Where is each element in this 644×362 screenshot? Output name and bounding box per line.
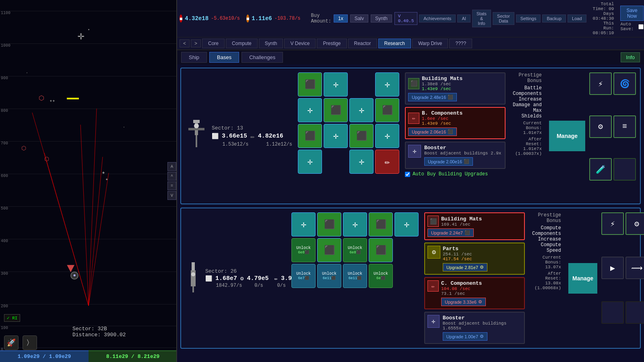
gear-icon: ⚙ (478, 299, 482, 304)
tab-prestige[interactable]: Prestige (317, 39, 347, 48)
building-cell-4-3[interactable]: ✛ (349, 150, 374, 174)
s26-icon-3[interactable]: ▶ (601, 257, 624, 279)
s26-cell-1-3[interactable]: ✛ (343, 212, 367, 237)
tab-bases[interactable]: Bases (209, 52, 239, 63)
load-button[interactable]: Load (568, 14, 586, 23)
tab-ship[interactable]: Ship (181, 52, 207, 63)
next-nav-button[interactable]: > (191, 39, 201, 47)
svg-rect-11 (192, 262, 195, 270)
nav-buttons[interactable]: A ^ = V (167, 162, 176, 200)
ship-icon-2[interactable]: 〉 (23, 335, 37, 350)
building-cell-2-1[interactable]: ✛ (298, 98, 322, 122)
upgrade-label: Upgrade 2.81e7 (446, 265, 478, 270)
s26-unlock-3-1[interactable]: Unlock 6e7⬛ (291, 264, 316, 288)
s26-icon-4[interactable]: ⟿ (625, 257, 644, 279)
building-cell-1-1[interactable]: ⬛ (298, 72, 322, 97)
grid-overlay: 1100 1000 900 800 700 600 500 400 300 20… (0, 0, 176, 362)
building-mats-upgrade-btn[interactable]: Upgrade 2.48e16 ⬛ (408, 93, 457, 101)
s26-cell-2-4[interactable]: ⬛ (369, 238, 393, 262)
icon-cell-3[interactable]: ⚙ (589, 115, 612, 138)
s26-cell-1-1[interactable]: ✛ (291, 212, 316, 237)
synth-button[interactable]: Synth (371, 14, 392, 23)
building-cell-3-4[interactable]: ✛ (375, 124, 399, 148)
small-enemy: ◆ (102, 170, 105, 175)
upgrade-label: Upgrade 2.48e16 (412, 95, 446, 100)
save-now-button[interactable]: Save Now (620, 6, 643, 21)
s26-cell-2-2[interactable]: ⬛ (317, 238, 341, 262)
salv-button[interactable]: Salv (350, 14, 368, 23)
achievements-button[interactable]: Achievements (419, 14, 456, 23)
sector13-manage-button[interactable]: Manage (549, 121, 585, 151)
booster-card: ✛ Booster Boost adjacent buildings 2.9x … (405, 142, 506, 169)
tab-reactor[interactable]: Reactor (348, 39, 377, 48)
s26-booster-upgrade-btn[interactable]: Upgrade 1.00e7 ⚙ (443, 332, 487, 341)
settings-button[interactable]: Settings (516, 14, 541, 23)
sector26-building-grid: ✛ ⬛ ✛ ⬛ ✛ Unlock 6e8⬛ ⬛ Unlock 6e8⬛ ⬛ (291, 212, 419, 344)
tab-synth[interactable]: Synth (259, 39, 283, 48)
tab-compute[interactable]: Compute (226, 39, 258, 48)
grid-label-1100: 1100 (1, 11, 10, 15)
sector26-stat1-val: 1.68e7 (215, 275, 237, 282)
sector-data-button[interactable]: Sector Data (493, 12, 514, 25)
s26-unlock-3-4[interactable]: Unlock 6e⬛ (369, 264, 393, 288)
building-cell-2-4[interactable]: ⬛ (375, 98, 399, 122)
building-cell-1-4[interactable]: ✛ (375, 72, 399, 97)
booster-upgrade-btn[interactable]: Upgrade 2.00e16 ⬛ (424, 157, 473, 166)
s26-bmat-upgrade-btn[interactable]: Upgrade 2.24e7 ⬛ (427, 228, 474, 237)
icon-cell-2[interactable]: 🌀 (613, 72, 636, 95)
tab-unknown[interactable]: ???? (449, 39, 472, 48)
ship-icon-1[interactable]: 🚀 (4, 335, 19, 350)
tab-core[interactable]: Core (202, 39, 225, 48)
s26-unlock-2-1[interactable]: Unlock 6e8⬛ (291, 238, 316, 262)
enemy-ship: ⬡ (21, 145, 26, 152)
building-cell-2-2[interactable]: ⬛ (324, 98, 348, 122)
sector26-manage-button[interactable]: Manage (568, 263, 597, 294)
buy-amount-label: Buy Amount: (311, 13, 331, 24)
prev-nav-button[interactable]: < (180, 39, 190, 47)
ai-button[interactable]: AI (457, 14, 470, 23)
c-components-upgrade-btn[interactable]: Upgrade 3.33e6 ⚙ (441, 298, 486, 306)
unlock-cost: 6e⬛ (376, 276, 385, 280)
tab-vdevice[interactable]: V Device (284, 39, 316, 48)
b-components-upgrade-btn[interactable]: Upgrade 2.06e16 ⬛ (408, 128, 457, 136)
s26-cell-1-2[interactable]: ⬛ (317, 212, 341, 237)
building-cell-4-4[interactable]: ✏ (375, 150, 399, 174)
s26-cell-1-4[interactable]: ⬛ (369, 212, 393, 237)
nav-a-btn[interactable]: A (167, 162, 176, 171)
icon-cell-4[interactable]: ≡ (613, 115, 636, 138)
s26-icon-2[interactable]: ⚙ (625, 212, 644, 235)
stats-info-button[interactable]: Stats & Info (472, 10, 491, 27)
backup-button[interactable]: Backup (542, 14, 566, 23)
s26-unlock-3-2[interactable]: Unlock 6e11⬛ (317, 264, 341, 288)
info-button[interactable]: Info (621, 52, 640, 62)
tab-research[interactable]: Research (378, 39, 411, 48)
tab-challenges[interactable]: Challenges (242, 52, 283, 63)
parts-upgrade-btn[interactable]: Upgrade 2.81e7 ⚙ (443, 263, 487, 272)
building-cell-2-3[interactable]: ✛ (349, 98, 374, 122)
sector26-stat2-rate: 0/s (254, 283, 263, 288)
tab-warpdrive[interactable]: Warp Drive (412, 39, 448, 48)
icon-cell-5[interactable]: 🧪 (589, 158, 612, 181)
nav-equals-btn[interactable]: = (167, 181, 176, 190)
auto-buy-checkbox[interactable] (405, 172, 410, 177)
s26-cell-1-5[interactable]: ✛ (394, 212, 419, 237)
cube-icon: ⬛ (464, 230, 470, 235)
building-cell-4-1[interactable]: ✛ (298, 150, 322, 174)
booster-desc: Boost adjacent buildings 2.9x (424, 151, 501, 156)
s26-unlock-3-3[interactable]: Unlock 6e11⬛ (343, 264, 367, 288)
enemy-ship: ⬡ (44, 156, 49, 162)
auto-save-checkbox[interactable] (638, 24, 644, 29)
small-enemy: ◆ (106, 177, 108, 181)
buy-amount-button[interactable]: 1x (334, 14, 348, 23)
building-cell-3-1[interactable]: ⬛ (298, 124, 322, 148)
icon-cell-1[interactable]: ⚡ (589, 72, 612, 95)
nav-v-btn[interactable]: V (167, 191, 176, 200)
s26-icon-1[interactable]: ⚡ (601, 212, 624, 235)
nav-up-btn[interactable]: ^ (167, 172, 176, 181)
resource-bar-right: 8.11e29 / 8.21e29 (89, 350, 177, 362)
s26-unlock-2-3[interactable]: Unlock 6e8⬛ (343, 238, 367, 262)
building-cell-3-2[interactable]: ✛ (324, 124, 348, 148)
building-cell-1-2[interactable]: ✛ (324, 72, 348, 97)
building-cell-3-3[interactable]: ⬛ (349, 124, 374, 148)
resource-bar-left: 1.09e29 / 1.09e29 (0, 350, 89, 362)
